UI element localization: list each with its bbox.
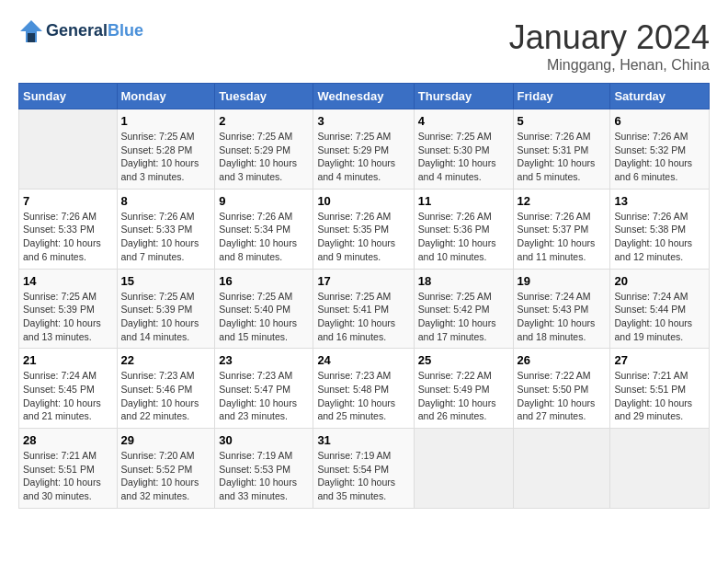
calendar-header: SundayMondayTuesdayWednesdayThursdayFrid… <box>19 84 710 109</box>
day-number: 20 <box>614 274 705 288</box>
day-number: 26 <box>518 353 607 367</box>
day-number: 17 <box>317 274 409 288</box>
calendar-week-row: 21Sunrise: 7:24 AM Sunset: 5:45 PM Dayli… <box>19 349 710 429</box>
calendar-cell <box>414 429 513 509</box>
day-number: 2 <box>219 114 309 128</box>
day-info: Sunrise: 7:19 AM Sunset: 5:54 PM Dayligh… <box>317 449 409 503</box>
calendar-cell: 7Sunrise: 7:26 AM Sunset: 5:33 PM Daylig… <box>19 189 118 269</box>
day-info: Sunrise: 7:19 AM Sunset: 5:53 PM Dayligh… <box>219 449 309 503</box>
day-number: 6 <box>614 114 705 128</box>
day-info: Sunrise: 7:26 AM Sunset: 5:34 PM Dayligh… <box>219 210 309 264</box>
calendar-week-row: 28Sunrise: 7:21 AM Sunset: 5:51 PM Dayli… <box>19 429 710 509</box>
calendar-cell: 25Sunrise: 7:22 AM Sunset: 5:49 PM Dayli… <box>414 349 513 429</box>
day-info: Sunrise: 7:26 AM Sunset: 5:37 PM Dayligh… <box>518 210 607 264</box>
day-number: 14 <box>23 274 113 288</box>
calendar-cell: 1Sunrise: 7:25 AM Sunset: 5:28 PM Daylig… <box>117 109 215 190</box>
calendar-cell: 21Sunrise: 7:24 AM Sunset: 5:45 PM Dayli… <box>19 349 118 429</box>
day-info: Sunrise: 7:26 AM Sunset: 5:33 PM Dayligh… <box>121 210 211 264</box>
calendar-cell: 28Sunrise: 7:21 AM Sunset: 5:51 PM Dayli… <box>19 429 118 509</box>
day-number: 13 <box>614 194 705 208</box>
day-number: 19 <box>518 274 607 288</box>
day-number: 16 <box>219 274 309 288</box>
day-info: Sunrise: 7:23 AM Sunset: 5:46 PM Dayligh… <box>121 369 211 423</box>
day-info: Sunrise: 7:25 AM Sunset: 5:42 PM Dayligh… <box>418 290 509 344</box>
day-number: 1 <box>121 114 211 128</box>
day-info: Sunrise: 7:25 AM Sunset: 5:29 PM Dayligh… <box>317 130 409 184</box>
day-info: Sunrise: 7:24 AM Sunset: 5:44 PM Dayligh… <box>614 290 705 344</box>
day-info: Sunrise: 7:25 AM Sunset: 5:28 PM Dayligh… <box>121 130 211 184</box>
day-number: 8 <box>121 194 211 208</box>
calendar-cell: 4Sunrise: 7:25 AM Sunset: 5:30 PM Daylig… <box>414 109 513 190</box>
day-info: Sunrise: 7:24 AM Sunset: 5:45 PM Dayligh… <box>23 369 113 423</box>
calendar-cell: 16Sunrise: 7:25 AM Sunset: 5:40 PM Dayli… <box>215 269 313 349</box>
day-info: Sunrise: 7:23 AM Sunset: 5:47 PM Dayligh… <box>219 369 309 423</box>
day-info: Sunrise: 7:26 AM Sunset: 5:36 PM Dayligh… <box>418 210 509 264</box>
calendar-cell: 14Sunrise: 7:25 AM Sunset: 5:39 PM Dayli… <box>19 269 118 349</box>
day-number: 23 <box>219 353 309 367</box>
calendar-cell: 22Sunrise: 7:23 AM Sunset: 5:46 PM Dayli… <box>117 349 215 429</box>
calendar-cell: 20Sunrise: 7:24 AM Sunset: 5:44 PM Dayli… <box>610 269 710 349</box>
calendar-week-row: 1Sunrise: 7:25 AM Sunset: 5:28 PM Daylig… <box>19 109 710 190</box>
calendar-cell: 24Sunrise: 7:23 AM Sunset: 5:48 PM Dayli… <box>313 349 414 429</box>
logo: GeneralBlue <box>18 18 143 44</box>
calendar-cell <box>513 429 610 509</box>
calendar-cell: 5Sunrise: 7:26 AM Sunset: 5:31 PM Daylig… <box>513 109 610 190</box>
calendar-cell: 12Sunrise: 7:26 AM Sunset: 5:37 PM Dayli… <box>513 189 610 269</box>
calendar-title: January 2024 <box>509 18 710 57</box>
calendar-cell: 31Sunrise: 7:19 AM Sunset: 5:54 PM Dayli… <box>313 429 414 509</box>
day-number: 22 <box>121 353 211 367</box>
title-area: January 2024 Minggang, Henan, China <box>509 18 710 74</box>
calendar-cell: 8Sunrise: 7:26 AM Sunset: 5:33 PM Daylig… <box>117 189 215 269</box>
day-info: Sunrise: 7:21 AM Sunset: 5:51 PM Dayligh… <box>23 449 113 503</box>
day-number: 10 <box>317 194 409 208</box>
calendar-cell: 13Sunrise: 7:26 AM Sunset: 5:38 PM Dayli… <box>610 189 710 269</box>
day-number: 9 <box>219 194 309 208</box>
logo-general: General <box>46 21 108 40</box>
day-number: 4 <box>418 114 509 128</box>
calendar-cell <box>610 429 710 509</box>
day-number: 15 <box>121 274 211 288</box>
day-number: 7 <box>23 194 113 208</box>
day-number: 28 <box>23 433 113 447</box>
day-number: 11 <box>418 194 509 208</box>
day-number: 12 <box>518 194 607 208</box>
day-info: Sunrise: 7:25 AM Sunset: 5:41 PM Dayligh… <box>317 290 409 344</box>
calendar-cell: 23Sunrise: 7:23 AM Sunset: 5:47 PM Dayli… <box>215 349 313 429</box>
weekday-header: Saturday <box>610 84 710 109</box>
calendar-cell: 6Sunrise: 7:26 AM Sunset: 5:32 PM Daylig… <box>610 109 710 190</box>
calendar-cell: 26Sunrise: 7:22 AM Sunset: 5:50 PM Dayli… <box>513 349 610 429</box>
day-info: Sunrise: 7:24 AM Sunset: 5:43 PM Dayligh… <box>518 290 607 344</box>
calendar-body: 1Sunrise: 7:25 AM Sunset: 5:28 PM Daylig… <box>19 109 710 509</box>
calendar-cell: 2Sunrise: 7:25 AM Sunset: 5:29 PM Daylig… <box>215 109 313 190</box>
day-number: 24 <box>317 353 409 367</box>
calendar-cell: 9Sunrise: 7:26 AM Sunset: 5:34 PM Daylig… <box>215 189 313 269</box>
calendar-table: SundayMondayTuesdayWednesdayThursdayFrid… <box>18 83 710 509</box>
calendar-cell: 3Sunrise: 7:25 AM Sunset: 5:29 PM Daylig… <box>313 109 414 190</box>
logo-icon <box>18 18 44 44</box>
day-info: Sunrise: 7:26 AM Sunset: 5:31 PM Dayligh… <box>518 130 607 184</box>
day-info: Sunrise: 7:26 AM Sunset: 5:32 PM Dayligh… <box>614 130 705 184</box>
weekday-header: Monday <box>117 84 215 109</box>
day-info: Sunrise: 7:25 AM Sunset: 5:30 PM Dayligh… <box>418 130 509 184</box>
weekday-header: Thursday <box>414 84 513 109</box>
day-number: 29 <box>121 433 211 447</box>
day-number: 31 <box>317 433 409 447</box>
day-info: Sunrise: 7:20 AM Sunset: 5:52 PM Dayligh… <box>121 449 211 503</box>
calendar-cell: 19Sunrise: 7:24 AM Sunset: 5:43 PM Dayli… <box>513 269 610 349</box>
day-info: Sunrise: 7:22 AM Sunset: 5:49 PM Dayligh… <box>418 369 509 423</box>
day-info: Sunrise: 7:25 AM Sunset: 5:29 PM Dayligh… <box>219 130 309 184</box>
calendar-week-row: 14Sunrise: 7:25 AM Sunset: 5:39 PM Dayli… <box>19 269 710 349</box>
logo-blue: Blue <box>108 21 143 40</box>
calendar-cell: 27Sunrise: 7:21 AM Sunset: 5:51 PM Dayli… <box>610 349 710 429</box>
calendar-cell: 17Sunrise: 7:25 AM Sunset: 5:41 PM Dayli… <box>313 269 414 349</box>
day-number: 21 <box>23 353 113 367</box>
calendar-cell: 18Sunrise: 7:25 AM Sunset: 5:42 PM Dayli… <box>414 269 513 349</box>
day-info: Sunrise: 7:26 AM Sunset: 5:33 PM Dayligh… <box>23 210 113 264</box>
calendar-cell <box>19 109 118 190</box>
calendar-cell: 29Sunrise: 7:20 AM Sunset: 5:52 PM Dayli… <box>117 429 215 509</box>
day-number: 3 <box>317 114 409 128</box>
calendar-cell: 30Sunrise: 7:19 AM Sunset: 5:53 PM Dayli… <box>215 429 313 509</box>
page-header: GeneralBlue January 2024 Minggang, Henan… <box>18 18 710 74</box>
day-info: Sunrise: 7:25 AM Sunset: 5:39 PM Dayligh… <box>23 290 113 344</box>
header-row: SundayMondayTuesdayWednesdayThursdayFrid… <box>19 84 710 109</box>
